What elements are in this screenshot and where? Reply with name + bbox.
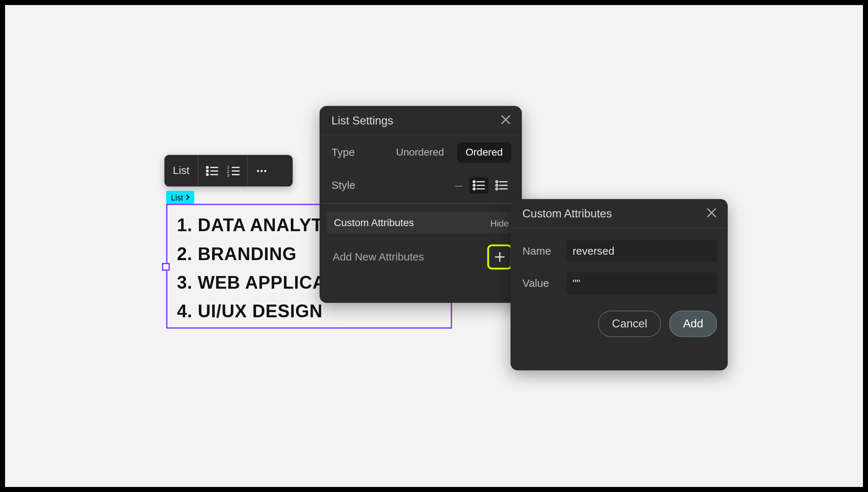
- element-tag-label: List: [171, 193, 183, 202]
- ordered-list-icon[interactable]: 123: [226, 163, 242, 178]
- svg-point-13: [261, 170, 263, 172]
- attr-value-label: Value: [523, 277, 558, 290]
- attr-value-input[interactable]: [567, 272, 717, 294]
- svg-point-25: [496, 188, 498, 190]
- attr-name-label: Name: [523, 245, 558, 257]
- list-toolbar: List 123: [165, 155, 293, 186]
- add-attribute-label: Add New Attributes: [333, 251, 424, 263]
- style-bullets-option[interactable]: [469, 177, 489, 194]
- toolbar-type-label[interactable]: List: [165, 155, 199, 186]
- svg-point-24: [496, 184, 498, 186]
- type-label: Type: [332, 146, 355, 159]
- panel-title: List Settings: [332, 114, 393, 127]
- custom-attributes-header: Custom Attributes Hide: [327, 212, 515, 234]
- type-unordered-option[interactable]: Unordered: [388, 143, 452, 163]
- svg-point-17: [473, 181, 475, 183]
- type-ordered-option[interactable]: Ordered: [457, 143, 511, 163]
- svg-point-14: [264, 170, 266, 172]
- close-icon[interactable]: [706, 207, 717, 220]
- svg-point-23: [496, 181, 498, 183]
- style-outline-option[interactable]: [492, 177, 511, 194]
- svg-point-19: [473, 188, 475, 190]
- add-attribute-button[interactable]: [487, 245, 512, 270]
- svg-point-18: [473, 184, 475, 186]
- svg-point-1: [207, 170, 208, 172]
- close-icon[interactable]: [501, 114, 511, 127]
- list-settings-panel: List Settings Type Unordered Ordered Sty…: [320, 106, 522, 303]
- chevron-right-icon: [185, 194, 191, 200]
- attr-name-input[interactable]: [567, 240, 717, 262]
- custom-attribute-dialog: Custom Attributes Name Value Cancel Add: [511, 199, 728, 370]
- hide-toggle[interactable]: Hide: [490, 218, 509, 228]
- dialog-title: Custom Attributes: [523, 207, 612, 220]
- svg-text:3: 3: [227, 173, 229, 177]
- svg-text:2: 2: [227, 169, 229, 173]
- more-icon[interactable]: [254, 163, 269, 178]
- type-segmented-control: Unordered Ordered: [388, 143, 511, 163]
- element-tag-badge[interactable]: List: [166, 191, 195, 204]
- cancel-button[interactable]: Cancel: [598, 311, 661, 337]
- svg-point-0: [207, 166, 208, 168]
- style-none-option[interactable]: –: [452, 178, 466, 193]
- svg-point-2: [207, 173, 208, 175]
- svg-point-12: [257, 170, 259, 172]
- style-options: –: [452, 177, 511, 194]
- unordered-list-icon[interactable]: [204, 163, 220, 178]
- svg-text:1: 1: [227, 165, 229, 169]
- resize-handle-left[interactable]: [162, 263, 170, 271]
- style-label: Style: [332, 179, 356, 192]
- add-button[interactable]: Add: [669, 311, 717, 337]
- custom-attributes-title: Custom Attributes: [334, 217, 414, 229]
